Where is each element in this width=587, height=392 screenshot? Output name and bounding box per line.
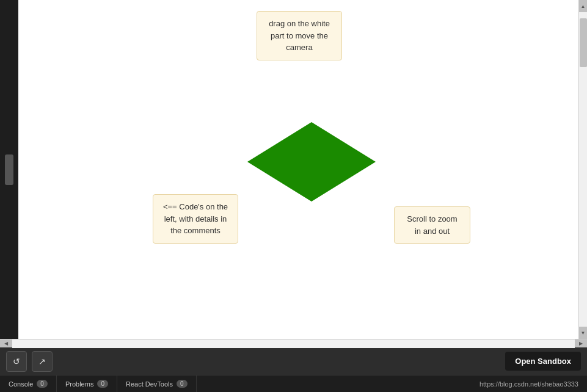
main-container: drag on the white part to move the camer… bbox=[0, 0, 587, 339]
diamond-shape bbox=[244, 119, 379, 205]
canvas-area[interactable]: drag on the white part to move the camer… bbox=[18, 0, 578, 339]
open-sandbox-button[interactable]: Open Sandbox bbox=[505, 352, 581, 371]
problems-badge: 0 bbox=[97, 380, 108, 388]
scrollbar-bottom[interactable]: ◀ ▶ bbox=[0, 339, 587, 347]
svg-marker-0 bbox=[247, 122, 376, 201]
left-sidebar bbox=[0, 0, 18, 339]
devtools-label: React DevTools bbox=[126, 380, 173, 388]
scrollbar-bottom-track[interactable] bbox=[12, 339, 575, 348]
tooltip-code: <== Code's on the left, with details in … bbox=[153, 194, 238, 244]
console-badge: 0 bbox=[37, 380, 48, 388]
tooltip-drag: drag on the white part to move the camer… bbox=[257, 11, 342, 60]
problems-tab[interactable]: Problems 0 bbox=[57, 376, 117, 392]
open-button[interactable]: ↗ bbox=[32, 351, 53, 372]
scroll-up-arrow[interactable]: ▲ bbox=[579, 0, 588, 12]
scrollbar-right[interactable]: ▲ ▼ bbox=[578, 0, 587, 339]
sidebar-handle[interactable] bbox=[5, 154, 13, 185]
status-bar: Console 0 Problems 0 React DevTools 0 ht… bbox=[0, 375, 587, 392]
scroll-left-arrow[interactable]: ◀ bbox=[0, 339, 12, 348]
scrollbar-thumb[interactable] bbox=[580, 18, 587, 67]
console-label: Console bbox=[9, 380, 33, 388]
scroll-right-arrow[interactable]: ▶ bbox=[575, 339, 587, 348]
tooltip-scroll: Scroll to zoom in and out bbox=[394, 206, 470, 244]
bottom-toolbar: ↺ ↗ Open Sandbox bbox=[0, 347, 587, 375]
refresh-icon: ↺ bbox=[13, 357, 20, 366]
refresh-button[interactable]: ↺ bbox=[6, 351, 27, 372]
status-url: https://blog.csdn.net/shebao3333 bbox=[471, 380, 587, 388]
console-tab[interactable]: Console 0 bbox=[0, 376, 57, 392]
problems-label: Problems bbox=[65, 380, 93, 388]
devtools-badge: 0 bbox=[177, 380, 188, 388]
devtools-tab[interactable]: React DevTools 0 bbox=[117, 376, 197, 392]
scrollbar-track[interactable] bbox=[579, 12, 588, 327]
scroll-down-arrow[interactable]: ▼ bbox=[579, 327, 588, 339]
open-icon: ↗ bbox=[38, 357, 46, 366]
